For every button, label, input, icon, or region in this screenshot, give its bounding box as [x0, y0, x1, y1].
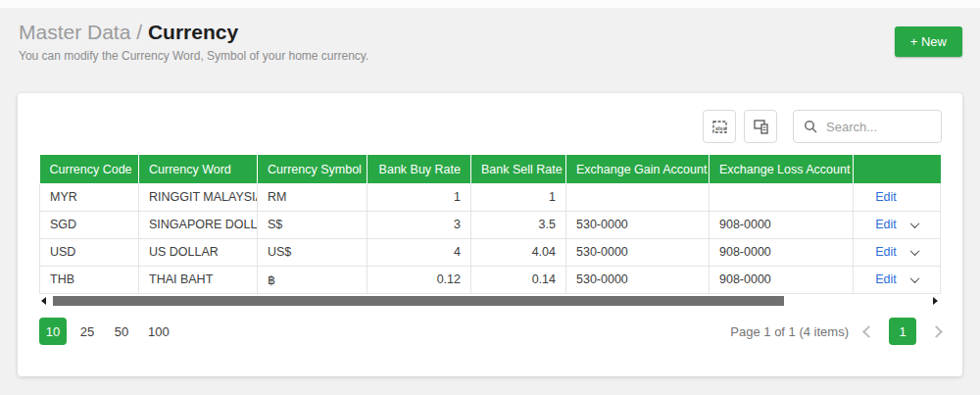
svg-text:xlsx: xlsx	[715, 124, 727, 130]
currency-table: Currency CodeCurrency WordCurrency Symbo…	[39, 155, 941, 294]
cell-sell: 1	[471, 183, 566, 211]
column-chooser-button[interactable]	[744, 110, 777, 143]
column-header[interactable]	[854, 155, 941, 183]
cell-buy: 3	[368, 211, 471, 238]
cell-sell: 4.04	[471, 238, 566, 266]
table-body: MYRRINGGIT MALAYSIARM11EditSGDSINGAPORE …	[40, 183, 941, 293]
scroll-left-arrow-icon[interactable]	[41, 297, 46, 305]
export-xlsx-button[interactable]: xlsx	[703, 110, 736, 143]
page-subtitle: You can modify the Currency Word, Symbol…	[19, 49, 368, 63]
page-title: Currency	[148, 21, 238, 43]
page-size-25[interactable]: 25	[74, 318, 101, 345]
previous-page-icon[interactable]	[862, 325, 875, 338]
edit-dropdown-chevron-icon[interactable]	[909, 219, 919, 228]
edit-dropdown-chevron-icon[interactable]	[909, 273, 919, 283]
cell-code: THB	[40, 266, 139, 293]
table-row: MYRRINGGIT MALAYSIARM11Edit	[40, 183, 941, 211]
column-header[interactable]: Currency Code	[40, 155, 139, 183]
edit-dropdown-chevron-icon[interactable]	[909, 246, 919, 256]
search-icon	[804, 120, 818, 134]
export-xlsx-icon: xlsx	[711, 119, 728, 135]
column-header[interactable]: Currency Word	[139, 155, 258, 183]
cell-actions: Edit	[854, 238, 941, 266]
pager-navigation: Page 1 of 1 (4 items) 1	[730, 318, 941, 345]
cell-loss: 908-0000	[710, 211, 854, 238]
table-header-row: Currency CodeCurrency WordCurrency Symbo…	[40, 155, 941, 183]
cell-sell: 3.5	[471, 211, 566, 238]
next-page-icon[interactable]	[930, 325, 943, 338]
cell-code: MYR	[40, 183, 139, 211]
edit-link[interactable]: Edit	[875, 245, 897, 259]
page-header: Master Data / Currency You can modify th…	[19, 20, 368, 63]
breadcrumb: Master Data / Currency	[19, 20, 368, 44]
cell-sell: 0.14	[471, 266, 566, 293]
scroll-right-arrow-icon[interactable]	[933, 297, 938, 305]
cell-gain	[566, 183, 710, 211]
edit-link[interactable]: Edit	[875, 190, 897, 204]
currency-card: xlsx	[18, 93, 962, 376]
column-header[interactable]: Exchange Loss Account	[710, 155, 854, 183]
cell-loss: 908-0000	[710, 238, 854, 266]
column-header[interactable]: Currency Symbol	[258, 155, 368, 183]
cell-actions: Edit	[854, 266, 941, 293]
horizontal-scrollbar	[39, 294, 940, 310]
pager: 102550100 Page 1 of 1 (4 items) 1	[39, 318, 941, 345]
cell-actions: Edit	[854, 183, 941, 211]
cell-actions: Edit	[854, 211, 941, 238]
search-input[interactable]	[826, 120, 931, 134]
table-row: USDUS DOLLARUS$44.04530-0000908-0000Edit	[40, 238, 941, 266]
cell-buy: 0.12	[368, 266, 471, 293]
page-number-button[interactable]: 1	[889, 318, 916, 345]
cell-symbol: ฿	[258, 266, 368, 293]
cell-buy: 4	[368, 238, 471, 266]
cell-loss	[710, 183, 854, 211]
cell-buy: 1	[368, 183, 471, 211]
cell-code: USD	[40, 238, 139, 266]
cell-word: US DOLLAR	[139, 238, 258, 266]
page-size-10[interactable]: 10	[39, 318, 67, 345]
column-header[interactable]: Exchange Gain Account	[566, 155, 710, 183]
cell-gain: 530-0000	[566, 266, 710, 293]
new-button[interactable]: + New	[895, 26, 962, 57]
edit-link[interactable]: Edit	[875, 218, 897, 231]
cell-word: RINGGIT MALAYSIA	[139, 183, 258, 211]
breadcrumb-separator: /	[136, 21, 142, 43]
grid-toolbar: xlsx	[703, 110, 942, 143]
table-row: THBTHAI BAHT฿0.120.14530-0000908-0000Edi…	[40, 266, 941, 293]
column-chooser-icon	[753, 119, 769, 135]
cell-symbol: RM	[258, 183, 368, 211]
cell-word: THAI BAHT	[139, 266, 258, 293]
cell-loss: 908-0000	[710, 266, 854, 293]
data-grid: Currency CodeCurrency WordCurrency Symbo…	[39, 155, 940, 310]
table-row: SGDSINGAPORE DOLLARS$33.5530-0000908-000…	[40, 211, 941, 238]
cell-gain: 530-0000	[566, 211, 710, 238]
cell-code: SGD	[40, 211, 139, 238]
pager-info: Page 1 of 1 (4 items)	[730, 324, 849, 339]
edit-link[interactable]: Edit	[875, 272, 897, 286]
column-header[interactable]: Bank Sell Rate	[471, 155, 566, 183]
top-strip	[0, 0, 980, 8]
cell-gain: 530-0000	[566, 238, 710, 266]
search-box	[793, 110, 942, 143]
column-header[interactable]: Bank Buy Rate	[368, 155, 471, 183]
cell-symbol: US$	[258, 238, 368, 266]
breadcrumb-parent[interactable]: Master Data	[19, 21, 130, 43]
cell-symbol: S$	[258, 211, 368, 238]
scrollbar-thumb[interactable]	[53, 296, 784, 306]
cell-word: SINGAPORE DOLLAR	[139, 211, 258, 238]
page-size-selector: 102550100	[39, 318, 175, 345]
page-size-50[interactable]: 50	[108, 318, 135, 345]
page-size-100[interactable]: 100	[142, 318, 175, 345]
